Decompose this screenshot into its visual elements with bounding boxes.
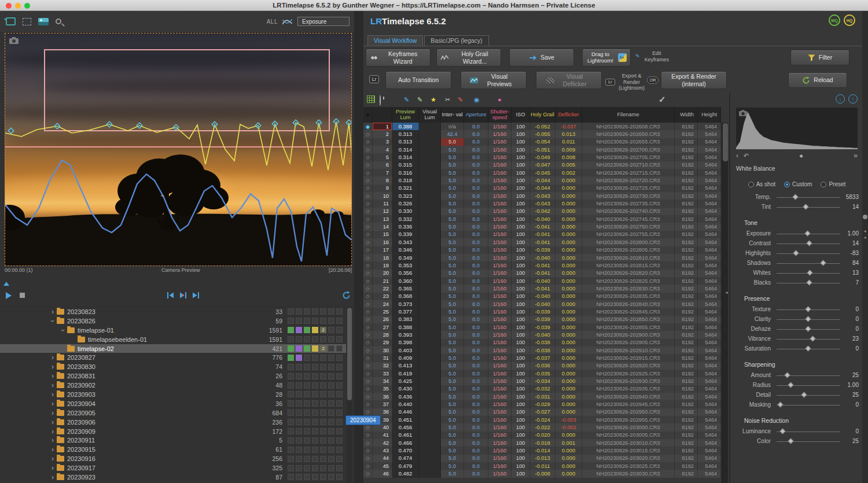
save-button[interactable]: Save: [509, 49, 574, 67]
slider-thumb[interactable]: [801, 392, 807, 398]
chevron-icon[interactable]: ›: [50, 373, 56, 379]
chevron-icon[interactable]: ›: [50, 401, 56, 407]
edit-preview-lum-icon[interactable]: ✎: [404, 95, 409, 104]
table-row[interactable]: ◇140.3365.08.01/160100-0.0410.000NH20230…: [363, 223, 721, 230]
download-settings-icon[interactable]: ↓: [836, 94, 845, 104]
auto-transition-button[interactable]: Auto Transition: [385, 71, 451, 89]
keyframe-diamond-icon[interactable]: ◇: [363, 169, 373, 176]
curves-toggle-icon[interactable]: [282, 18, 293, 25]
chevron-icon[interactable]: ›: [50, 465, 56, 471]
keyframe-diamond-icon[interactable]: ◇: [363, 432, 373, 439]
next-keyframe-icon[interactable]: [192, 292, 200, 299]
table-row[interactable]: ◇410.4615.08.01/160100-0.0200.000NH20230…: [363, 432, 721, 439]
column-header-preview-lum[interactable]: Preview Lum: [392, 107, 419, 123]
slider-track[interactable]: [777, 231, 840, 237]
slider-track[interactable]: [777, 194, 840, 200]
keyframe-diamond-icon[interactable]: ◇: [363, 215, 373, 223]
shutter-icon[interactable]: ●: [498, 95, 502, 104]
keyframe-diamond-icon[interactable]: ◇: [363, 354, 373, 362]
table-row[interactable]: ◇270.3885.08.01/160100-0.0390.000NH20230…: [363, 323, 721, 331]
folder-row[interactable]: timelapse-024212: [0, 344, 346, 353]
radio-icon[interactable]: [748, 182, 754, 187]
table-row[interactable]: ◇280.3935.08.01/160100-0.0400.000NH20230…: [363, 331, 721, 338]
collapse-right-icon[interactable]: ◄: [863, 235, 867, 239]
keyframe-diamond-icon[interactable]: ◇: [363, 200, 373, 207]
slider-thumb[interactable]: [793, 194, 799, 200]
folder-row[interactable]: ›2023082659: [0, 316, 346, 326]
slider-track[interactable]: [777, 382, 840, 388]
keyframe-diamond-icon[interactable]: ◇: [363, 270, 373, 277]
table-scrollbar-thumb[interactable]: [723, 123, 728, 161]
chevron-icon[interactable]: ›: [50, 364, 56, 370]
folder-row[interactable]: ›20230916256: [0, 454, 346, 463]
table-row[interactable]: ◇100.3235.08.01/160100-0.0430.000NH20230…: [363, 192, 721, 200]
column-header-deflicker[interactable]: Deflicker: [556, 107, 582, 123]
table-row[interactable]: ◇240.3735.08.01/160100-0.0400.000NH20230…: [363, 300, 721, 308]
keyframe-diamond-icon[interactable]: ◇: [363, 231, 373, 238]
chevron-icon[interactable]: ›: [50, 447, 56, 452]
chevron-icon[interactable]: ›: [50, 318, 56, 324]
folder-row[interactable]: ›20230909172: [0, 427, 346, 436]
keyframe-diamond-icon[interactable]: ◇: [363, 176, 373, 184]
slider-thumb[interactable]: [806, 326, 811, 332]
table-row[interactable]: ◇180.3495.08.01/160100-0.0400.000NH20230…: [363, 254, 721, 261]
keyframe-diamond-icon[interactable]: ◇: [363, 223, 373, 230]
table-row[interactable]: ◇120.3305.08.01/160100-0.0420.000NH20230…: [363, 208, 721, 215]
folder-scrollbar-thumb[interactable]: [347, 308, 352, 400]
table-row[interactable]: ◇320.4135.08.01/160100-0.0360.000NH20230…: [363, 362, 721, 370]
slider-thumb[interactable]: [784, 373, 790, 378]
chevron-icon[interactable]: ›: [50, 392, 56, 397]
edit-visual-lum-icon[interactable]: ✎: [417, 95, 422, 104]
folder-row[interactable]: timelapsebeelden-011591: [0, 335, 346, 344]
chevron-icon[interactable]: ›: [50, 429, 56, 434]
slider-track[interactable]: [777, 373, 840, 378]
slider-thumb[interactable]: [780, 429, 786, 434]
edit-red-icon[interactable]: ✎: [458, 95, 463, 104]
visual-previews-button[interactable]: Visual Previews: [461, 71, 527, 89]
collapse-timeline-icon[interactable]: [3, 282, 9, 286]
table-row[interactable]: ◇460.4825.08.01/160100-0.0080.000NH20230…: [363, 470, 721, 477]
image-icon[interactable]: [38, 18, 49, 25]
keyframe-diamond-icon[interactable]: ◇: [363, 254, 373, 261]
table-row[interactable]: ◇300.4035.08.01/160100-0.0380.000NH20230…: [363, 346, 721, 354]
chevron-icon[interactable]: ›: [50, 355, 56, 360]
table-row[interactable]: ◇230.3685.08.01/160100-0.0400.000NH20230…: [363, 293, 721, 300]
table-row[interactable]: ◇50.3145.08.01/160100-0.0490.008NH202308…: [363, 153, 721, 161]
folder-row[interactable]: ›2023090328: [0, 390, 346, 399]
radio-icon[interactable]: [784, 182, 790, 187]
slider-thumb[interactable]: [793, 250, 799, 256]
play-to-keyframe-icon[interactable]: [179, 292, 187, 299]
keyframe-diamond-icon[interactable]: ◇: [363, 293, 373, 300]
folder-row[interactable]: ›20230906236: [0, 418, 346, 427]
keyframe-diamond-icon[interactable]: ◇: [363, 308, 373, 315]
wb-option[interactable]: As shot: [748, 181, 775, 187]
nav-diamond-icon[interactable]: ◆: [800, 153, 803, 158]
keyframe-diamond-icon[interactable]: ◇: [363, 300, 373, 308]
keyframe-diamond-icon[interactable]: ◇: [363, 261, 373, 269]
slider-track[interactable]: [777, 316, 840, 322]
table-row[interactable]: ◇150.3395.08.01/160100-0.0410.000NH20230…: [363, 231, 721, 238]
chevron-icon[interactable]: ›: [50, 410, 56, 416]
slider-thumb[interactable]: [810, 336, 815, 342]
keyframes-wizard-button[interactable]: ◆◆ Keyframes Wizard: [366, 49, 431, 67]
table-row[interactable]: ◇290.3985.08.01/160100-0.0380.000NH20230…: [363, 339, 721, 346]
camera-preview[interactable]: [5, 33, 352, 266]
collapse-right-icon[interactable]: ◄: [863, 229, 867, 233]
stop-button[interactable]: [20, 293, 25, 298]
table-row[interactable]: ◇330.4195.08.01/160100-0.0350.000NH20230…: [363, 370, 721, 377]
slider-track[interactable]: [777, 307, 840, 312]
column-header-filename[interactable]: Filename: [582, 107, 675, 123]
table-scrollbar[interactable]: [722, 123, 728, 483]
right-scrollbar-thumb[interactable]: [863, 215, 867, 219]
keyframe-diamond-icon[interactable]: ◇: [363, 400, 373, 408]
search-icon[interactable]: [56, 19, 61, 24]
slider-track[interactable]: [777, 241, 840, 246]
chevron-icon[interactable]: ›: [50, 309, 56, 315]
chevron-icon[interactable]: ›: [60, 327, 66, 333]
column-header-aperture[interactable]: Aperture: [464, 107, 488, 123]
table-row[interactable]: ◇200.3565.08.01/160100-0.0410.000NH20230…: [363, 270, 721, 277]
slider-track[interactable]: [777, 280, 840, 286]
keyframe-diamond-icon[interactable]: ◇: [363, 331, 373, 338]
keyframe-diamond-icon[interactable]: ◇: [363, 208, 373, 215]
folder-row[interactable]: ›2023083126: [0, 371, 346, 381]
